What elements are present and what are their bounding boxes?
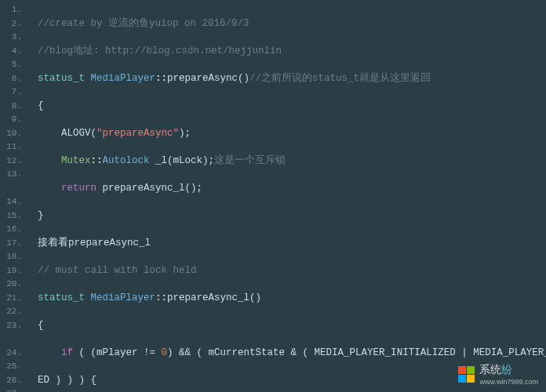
function-name: prepareAsync() — [167, 73, 249, 84]
code-line: return prepareAsync_l(); — [38, 182, 546, 196]
return-type: status_t — [38, 292, 85, 303]
line-number: 14. — [0, 195, 28, 209]
brace: { — [38, 320, 44, 331]
return-type: status_t — [38, 73, 85, 84]
code-line: status_t MediaPlayer::prepareAsync()//之前… — [38, 72, 546, 86]
line-number: 8. — [0, 100, 28, 114]
line-number: 15. — [0, 209, 28, 223]
keyword: return — [61, 183, 96, 194]
keyword: if — [61, 347, 73, 358]
scope-op: :: — [155, 73, 167, 84]
line-number: 3. — [0, 31, 28, 45]
function-call: ALOGV — [61, 128, 91, 139]
comment: //blog地址: http://blog.csdn.net/hejjunlin — [38, 45, 282, 56]
line-number: 12. — [0, 154, 28, 169]
class-name: MediaPlayer — [91, 292, 156, 303]
watermark-brand: 系统 — [479, 363, 501, 376]
number: 0 — [162, 347, 168, 358]
line-number: 21. — [0, 292, 28, 306]
line-number: 20. — [0, 278, 28, 292]
class-name: MediaPlayer — [91, 73, 156, 84]
scope-op: :: — [91, 155, 103, 166]
code-line: Mutex::Autolock _l(mLock);这是一个互斥锁 — [38, 154, 546, 169]
code-line: if ( (mPlayer != 0) && ( mCurrentState &… — [38, 347, 546, 361]
line-number: 11. — [0, 140, 28, 154]
line-number: 16. — [0, 223, 28, 237]
brace: { — [38, 100, 44, 111]
code-line: //create by 逆流的鱼yuiop on 2016/9/3 — [38, 17, 546, 31]
code-line: ALOGV("prepareAsync"); — [38, 127, 546, 141]
line-number: 18. — [0, 250, 28, 264]
comment: //create by 逆流的鱼yuiop on 2016/9/3 — [38, 18, 249, 29]
code-line: status_t MediaPlayer::prepareAsync_l() — [38, 292, 546, 306]
line-number: 1. — [0, 3, 28, 17]
line-number: 22. — [0, 305, 28, 319]
text: 接着看prepareAsync_l — [38, 238, 151, 249]
line-number: 4. — [0, 45, 28, 59]
line-number: 23. — [0, 319, 28, 333]
line-number: 13. — [0, 168, 28, 182]
code-line: // must call with lock held — [38, 264, 546, 278]
line-number: 9. — [0, 113, 28, 127]
watermark: 系统纷 www.win7999.com — [458, 363, 538, 386]
line-number: 7. — [0, 85, 28, 100]
code-line: { — [38, 319, 546, 333]
function-name: prepareAsync_l() — [167, 292, 261, 303]
line-number: 17. — [0, 237, 28, 251]
watermark-url: www.win7999.com — [479, 379, 538, 386]
line-number-gutter: 1.2.3.4.5.6.7.8.9.10.11.12.13.14.15.16.1… — [0, 0, 28, 392]
microsoft-logo-icon — [458, 366, 475, 383]
scope-op: :: — [155, 292, 167, 303]
code-line: 接着看prepareAsync_l — [38, 237, 546, 251]
line-number — [0, 182, 28, 196]
code-line: } — [38, 209, 546, 223]
brace: } — [38, 210, 44, 221]
comment: //之前所说的status_t就是从这里返回 — [249, 73, 431, 84]
line-number: 27. — [0, 387, 28, 392]
code-line: { — [38, 100, 546, 114]
class-name: Mutex — [61, 155, 91, 166]
string-literal: "prepareAsync" — [96, 128, 179, 139]
line-number: 2. — [0, 17, 28, 31]
code-area: //create by 逆流的鱼yuiop on 2016/9/3 //blog… — [28, 0, 546, 392]
watermark-accent: 纷 — [501, 363, 512, 376]
line-number: 19. — [0, 264, 28, 278]
comment: // must call with lock held — [38, 265, 197, 276]
line-number: 5. — [0, 58, 28, 72]
line-number: 24. — [0, 347, 28, 361]
type-name: Autolock — [103, 155, 150, 166]
line-number — [0, 332, 28, 347]
code-line: //blog地址: http://blog.csdn.net/hejjunlin — [38, 45, 546, 59]
comment: 这是一个互斥锁 — [214, 155, 286, 166]
line-number: 26. — [0, 374, 28, 388]
line-number: 10. — [0, 127, 28, 141]
line-number: 6. — [0, 72, 28, 86]
line-number: 25. — [0, 360, 28, 374]
